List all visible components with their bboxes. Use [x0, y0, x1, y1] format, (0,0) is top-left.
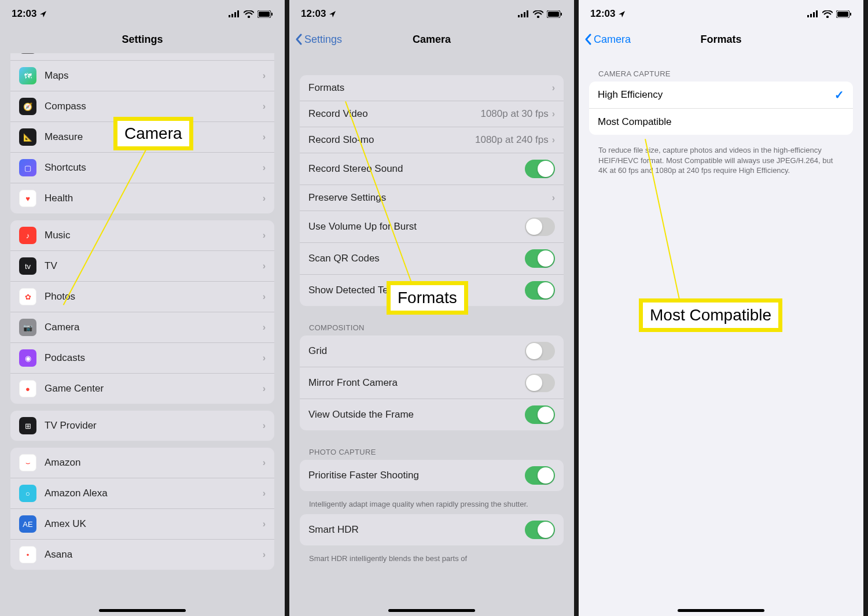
status-time: 12:03: [12, 8, 36, 20]
settings-row-tvprovider[interactable]: ⊞TV Provider›: [10, 411, 274, 441]
settings-group-4: ⌣Amazon›○Amazon Alexa›AEAmex UK›•Asana›: [10, 448, 274, 570]
settings-row-asana[interactable]: •Asana›: [10, 540, 274, 570]
settings-row-amazon[interactable]: ⌣Amazon›: [10, 448, 274, 478]
camera-row[interactable]: Smart HDR: [300, 514, 564, 545]
settings-row-maps[interactable]: 🗺Maps›: [10, 61, 274, 91]
row-label: Game Center: [45, 383, 263, 394]
row-label: Amex UK: [45, 518, 263, 530]
toggle[interactable]: [525, 281, 555, 300]
compass-icon: 🧭: [19, 98, 36, 115]
battery-icon: [836, 10, 852, 18]
status-bar: 12:03: [0, 0, 285, 25]
status-time: 12:03: [301, 8, 326, 20]
svg-rect-0: [229, 15, 230, 17]
toggle[interactable]: [525, 374, 555, 392]
settings-row-tv[interactable]: tvTV›: [10, 251, 274, 282]
chevron-right-icon: ›: [263, 101, 266, 112]
settings-row-camera[interactable]: 📷Camera›: [10, 312, 274, 343]
settings-row-compass[interactable]: 🧭Compass›: [10, 91, 274, 122]
svg-rect-12: [548, 12, 559, 17]
row-label: Shortcuts: [45, 162, 263, 174]
chevron-right-icon: ›: [263, 163, 266, 173]
nav-title: Settings: [122, 34, 163, 46]
svg-rect-5: [259, 12, 270, 17]
row-label: Music: [45, 230, 263, 241]
svg-rect-6: [271, 13, 273, 16]
chevron-right-icon: ›: [263, 549, 266, 560]
camera-row[interactable]: Scan QR Codes: [300, 243, 564, 275]
camera-row[interactable]: Formats›: [300, 75, 564, 101]
callout-most-compatible: Most Compatible: [641, 301, 780, 330]
row-label: Preserve Settings: [308, 192, 552, 204]
row-label: Amazon: [45, 457, 263, 469]
section-composition: COMPOSITION: [289, 313, 574, 335]
svg-rect-3: [237, 10, 239, 17]
nav-bar: Camera Formats: [579, 25, 863, 53]
cellular-icon: [229, 10, 240, 17]
nav-title: Camera: [413, 34, 451, 46]
camera-row[interactable]: View Outside the Frame: [300, 399, 564, 430]
location-icon: [39, 10, 47, 18]
settings-row-amex[interactable]: AEAmex UK›: [10, 509, 274, 540]
footer-pfs: Intelligently adapt image quality when r…: [289, 498, 574, 514]
camera-row[interactable]: Use Volume Up for Burst: [300, 211, 564, 243]
wifi-icon: [822, 10, 833, 18]
chevron-right-icon: ›: [263, 261, 266, 271]
camera-group-pfs: Prioritise Faster Shooting: [300, 460, 564, 491]
camera-row[interactable]: Record Video1080p at 30 fps›: [300, 101, 564, 127]
wifi-icon: [533, 10, 543, 18]
back-button[interactable]: Camera: [584, 34, 631, 46]
battery-icon: [258, 10, 273, 18]
camera-group-1: Formats›Record Video1080p at 30 fps›Reco…: [300, 75, 564, 306]
row-label: Camera: [45, 322, 263, 333]
toggle[interactable]: [525, 521, 555, 539]
toggle[interactable]: [525, 342, 555, 360]
row-label: Grid: [308, 345, 525, 357]
row-label: TV Provider: [45, 420, 263, 431]
settings-row-gamecenter[interactable]: ●Game Center›: [10, 374, 274, 404]
chevron-right-icon: ›: [263, 193, 266, 204]
tv-icon: tv: [19, 257, 36, 275]
camera-group-hdr: Smart HDR: [300, 514, 564, 545]
row-label: Record Stereo Sound: [308, 163, 525, 175]
camera-row[interactable]: Record Slo-mo1080p at 240 fps›: [300, 127, 564, 153]
settings-row-photos[interactable]: ✿Photos›: [10, 282, 274, 312]
settings-row-alexa[interactable]: ○Amazon Alexa›: [10, 478, 274, 509]
toggle[interactable]: [525, 249, 555, 268]
row-label: Most Compatible: [598, 116, 844, 128]
location-icon: [618, 10, 626, 18]
format-option[interactable]: Most Compatible: [589, 109, 853, 135]
cellular-icon: [807, 10, 819, 17]
settings-row-health[interactable]: ♥Health›: [10, 183, 274, 213]
row-label: Compass: [45, 101, 263, 112]
back-button[interactable]: Settings: [295, 34, 342, 46]
toggle[interactable]: [525, 217, 555, 236]
settings-row-translate[interactable]: 文Translate›: [10, 53, 274, 61]
battery-icon: [547, 10, 562, 18]
format-option[interactable]: High Efficiency✓: [589, 82, 853, 109]
camera-row[interactable]: Mirror Front Camera: [300, 367, 564, 399]
camera-row[interactable]: Record Stereo Sound: [300, 153, 564, 185]
cellular-icon: [518, 10, 529, 17]
camera-row[interactable]: Prioritise Faster Shooting: [300, 460, 564, 491]
check-icon: ✓: [834, 88, 844, 102]
translate-icon: 文: [19, 53, 36, 54]
settings-row-music[interactable]: ♪Music›: [10, 220, 274, 251]
settings-row-podcasts[interactable]: ◉Podcasts›: [10, 343, 274, 374]
chevron-right-icon: ›: [263, 132, 266, 142]
camera-row[interactable]: Preserve Settings›: [300, 185, 564, 211]
settings-group-3: ⊞TV Provider›: [10, 411, 274, 441]
row-detail: 1080p at 30 fps: [480, 108, 548, 120]
chevron-right-icon: ›: [552, 193, 555, 203]
camera-row[interactable]: Grid: [300, 335, 564, 367]
section-photo-capture: PHOTO CAPTURE: [289, 437, 574, 460]
nav-title: Formats: [700, 34, 741, 46]
asana-icon: •: [19, 546, 36, 563]
toggle[interactable]: [525, 405, 555, 424]
photos-icon: ✿: [19, 288, 36, 305]
toggle[interactable]: [525, 160, 555, 178]
back-label: Camera: [594, 34, 631, 46]
row-label: Record Video: [308, 108, 480, 120]
svg-rect-10: [527, 10, 528, 17]
toggle[interactable]: [525, 466, 555, 485]
